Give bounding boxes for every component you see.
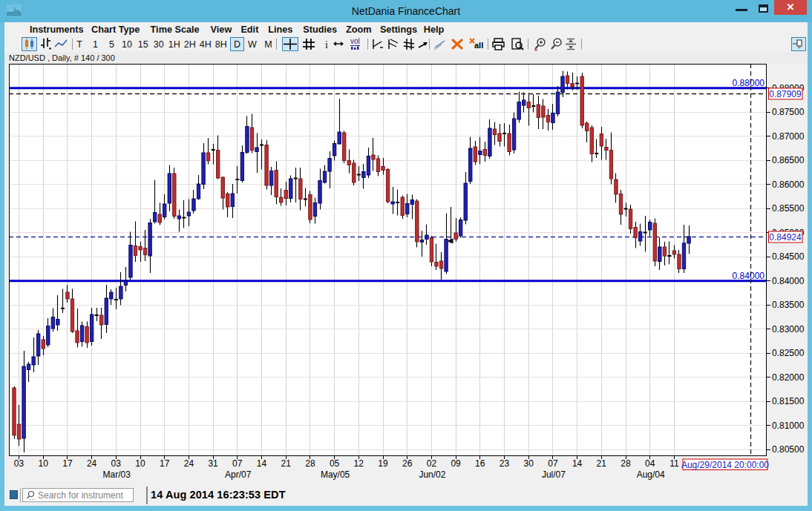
svg-text:0.87909: 0.87909 bbox=[769, 89, 802, 99]
svg-text:0.84924: 0.84924 bbox=[769, 232, 802, 243]
svg-text:03: 03 bbox=[111, 458, 122, 469]
svg-text:28: 28 bbox=[621, 458, 631, 469]
svg-text:0.88000: 0.88000 bbox=[733, 78, 765, 88]
svg-text:19: 19 bbox=[378, 458, 388, 469]
svg-text:05: 05 bbox=[330, 458, 340, 469]
svg-text:May/05: May/05 bbox=[321, 469, 350, 480]
svg-text:0.84500: 0.84500 bbox=[772, 251, 805, 262]
svg-text:24: 24 bbox=[184, 458, 194, 469]
svg-text:07: 07 bbox=[232, 458, 243, 469]
svg-text:17: 17 bbox=[62, 458, 73, 469]
svg-text:all: all bbox=[474, 41, 483, 50]
svg-text:0.87000: 0.87000 bbox=[772, 131, 805, 142]
svg-text:11: 11 bbox=[669, 458, 679, 469]
svg-text:10: 10 bbox=[135, 458, 145, 469]
svg-text:Aug/29/2014 20:00:00: Aug/29/2014 20:00:00 bbox=[681, 460, 769, 470]
svg-text:30: 30 bbox=[524, 458, 534, 469]
svg-text:0.80500: 0.80500 bbox=[772, 444, 805, 455]
svg-text:0.81000: 0.81000 bbox=[772, 421, 805, 431]
svg-text:31: 31 bbox=[208, 458, 218, 469]
svg-text:0.82500: 0.82500 bbox=[772, 348, 805, 358]
svg-text:09: 09 bbox=[451, 458, 461, 469]
svg-text:07: 07 bbox=[548, 458, 558, 469]
svg-text:0.83000: 0.83000 bbox=[772, 324, 805, 334]
svg-text:24: 24 bbox=[87, 458, 97, 469]
svg-text:16: 16 bbox=[475, 458, 485, 469]
svg-text:02: 02 bbox=[427, 458, 437, 469]
svg-text:0.81500: 0.81500 bbox=[772, 396, 805, 406]
svg-text:0.83500: 0.83500 bbox=[772, 300, 805, 310]
svg-text:Jun/02: Jun/02 bbox=[419, 469, 445, 480]
svg-text:21: 21 bbox=[597, 458, 607, 469]
svg-text:vol: vol bbox=[350, 37, 360, 45]
svg-text:23: 23 bbox=[500, 458, 510, 469]
svg-text:10: 10 bbox=[39, 458, 49, 469]
svg-text:28: 28 bbox=[305, 458, 315, 469]
svg-text:0.82000: 0.82000 bbox=[772, 372, 805, 383]
svg-text:21: 21 bbox=[281, 458, 292, 469]
svg-text:03: 03 bbox=[14, 458, 24, 469]
svg-text:Jul/07: Jul/07 bbox=[542, 469, 566, 480]
svg-text:0.86000: 0.86000 bbox=[772, 179, 805, 190]
svg-text:Mar/03: Mar/03 bbox=[103, 469, 131, 480]
svg-text:Aug/04: Aug/04 bbox=[637, 469, 665, 480]
svg-text:0.86500: 0.86500 bbox=[772, 155, 805, 165]
svg-text:04: 04 bbox=[645, 458, 655, 469]
svg-text:12: 12 bbox=[354, 458, 364, 469]
svg-text:14: 14 bbox=[572, 458, 583, 469]
svg-text:0.85500: 0.85500 bbox=[772, 203, 805, 214]
svg-text:Apr/07: Apr/07 bbox=[225, 469, 252, 480]
svg-text:17: 17 bbox=[160, 458, 170, 469]
svg-text:26: 26 bbox=[402, 458, 413, 469]
svg-text:0.84000: 0.84000 bbox=[772, 276, 805, 286]
svg-text:14: 14 bbox=[257, 458, 267, 469]
svg-text:0.87500: 0.87500 bbox=[772, 107, 805, 117]
svg-text:0.84000: 0.84000 bbox=[733, 271, 765, 281]
